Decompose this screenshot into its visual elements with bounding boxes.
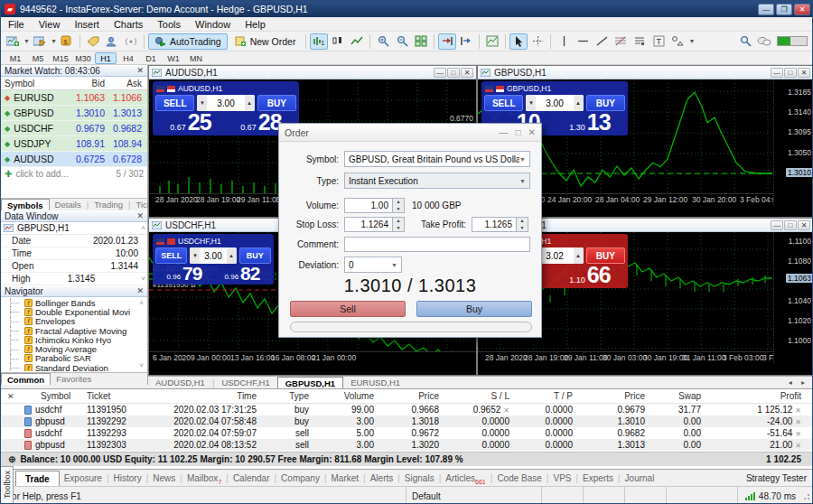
autotrading-button[interactable]: AutoTrading xyxy=(148,33,228,50)
audusd-title-bar[interactable]: AUDUSD,H1 — □ ✕ xyxy=(149,66,476,79)
strategy-tester-link[interactable]: Strategy Tester xyxy=(746,473,813,483)
tf-m15[interactable]: M15 xyxy=(50,52,71,64)
chart-tab-eurusd[interactable]: EURUSD,H1 xyxy=(343,377,407,388)
scroll-down-icon[interactable]: ˅ xyxy=(139,361,145,369)
menu-insert[interactable]: Insert xyxy=(67,19,107,30)
indicator-ichimoku[interactable]: fIchimoku Kinko Hyo xyxy=(1,335,147,344)
toolbox-close-icon[interactable]: ✕ xyxy=(7,392,14,401)
search-icon[interactable] xyxy=(740,35,752,47)
stop-loss-spinner[interactable]: ▲▼ xyxy=(393,217,405,232)
indicators-icon[interactable] xyxy=(483,33,501,50)
minimize-button[interactable]: — xyxy=(771,220,783,230)
deviation-select[interactable]: 0 ▼ xyxy=(344,257,402,273)
scroll-up-icon[interactable]: ˄ xyxy=(141,224,147,232)
expand-icon[interactable]: ⊕ xyxy=(8,454,15,464)
symbol-row-audusd[interactable]: ◆AUDUSD 0.6725 0.6728 xyxy=(1,152,147,167)
tab-favorites[interactable]: Favorites xyxy=(51,373,97,385)
buy-button[interactable]: BUY xyxy=(239,247,271,264)
position-row[interactable]: gbpusd 11392303 2020.02.04 08:13:52 sell… xyxy=(1,439,813,451)
close-button[interactable]: ✕ xyxy=(798,220,810,230)
data-window-close-icon[interactable]: ✕ xyxy=(136,211,144,220)
menu-charts[interactable]: Charts xyxy=(107,19,150,30)
tab-company[interactable]: Company xyxy=(276,471,324,486)
volume-up-icon[interactable]: ▲ xyxy=(574,95,584,111)
shapes-tool-icon[interactable] xyxy=(668,33,687,50)
chart-shift-icon[interactable] xyxy=(457,33,475,50)
minimize-button[interactable]: — xyxy=(771,68,783,78)
market-watch-close-icon[interactable]: ✕ xyxy=(136,66,144,75)
maximize-button[interactable]: □ xyxy=(784,68,797,78)
indicator-fractal-adaptive[interactable]: fFractal Adaptive Moving xyxy=(1,326,147,335)
tab-market[interactable]: Market xyxy=(327,471,364,486)
close-position-icon[interactable]: ✕ xyxy=(795,418,801,426)
tf-h4[interactable]: H4 xyxy=(117,52,139,64)
order-type-select[interactable]: Instant Execution ▼ xyxy=(344,173,530,189)
symbol-row-usdchf[interactable]: ◆USDCHF 0.9679 0.9682 xyxy=(1,121,147,136)
horizontal-line-tool-icon[interactable] xyxy=(574,33,592,50)
scroll-up-icon[interactable]: ˄ xyxy=(139,299,145,307)
text-tool-icon[interactable]: T xyxy=(649,33,668,50)
tab-news[interactable]: News xyxy=(148,471,180,486)
indicator-parabolic-sar[interactable]: fParabolic SAR xyxy=(1,354,147,363)
maximize-button[interactable]: □ xyxy=(516,127,521,137)
auto-scroll-icon[interactable] xyxy=(438,33,456,50)
buy-price[interactable]: 1.3013 xyxy=(555,111,625,134)
take-profit-input[interactable]: 1.1265 xyxy=(472,217,517,232)
click-to-add-row[interactable]: ✚ click to add... 5 / 302 xyxy=(1,167,147,181)
comment-input[interactable] xyxy=(344,237,530,252)
remove-sl-icon[interactable]: ✕ xyxy=(503,406,509,415)
tab-calendar[interactable]: Calendar xyxy=(229,471,275,486)
new-order-button[interactable]: New Order xyxy=(229,33,303,50)
chart-tab-gbpusd[interactable]: GBPUSD,H1 xyxy=(277,377,343,388)
tf-m1[interactable]: M1 xyxy=(5,52,26,64)
symbol-row-usdjpy[interactable]: ◆USDJPY 108.91 108.94 xyxy=(1,136,147,152)
tab-trade[interactable]: Trade xyxy=(15,471,60,486)
crosshair-tool-icon[interactable] xyxy=(528,33,547,50)
trendline-tool-icon[interactable] xyxy=(593,33,611,50)
position-row[interactable]: usdchf 11391950 2020.02.03 17:31:25 buy … xyxy=(1,404,813,415)
order-dialog-title-bar[interactable]: Order — □ ✕ xyxy=(279,124,541,142)
accounts-icon[interactable] xyxy=(103,33,121,50)
fibonacci-tool-icon[interactable] xyxy=(612,33,630,50)
tf-d1[interactable]: D1 xyxy=(140,52,162,64)
tab-journal[interactable]: Journal xyxy=(621,471,659,486)
menu-tools[interactable]: Tools xyxy=(150,19,188,30)
scroll-down-icon[interactable]: ˅ xyxy=(141,275,147,283)
zoom-in-icon[interactable] xyxy=(374,33,392,50)
maximize-button[interactable]: ❐ xyxy=(776,4,792,15)
tf-m30[interactable]: M30 xyxy=(72,52,94,64)
minimize-button[interactable]: — xyxy=(758,4,774,15)
new-chart-dropdown[interactable]: ▼ xyxy=(23,38,30,44)
line-chart-mode-icon[interactable] xyxy=(348,33,366,50)
indicator-standard-deviation[interactable]: fStandard Deviation xyxy=(1,363,147,371)
close-button[interactable]: ✕ xyxy=(794,4,810,15)
sell-price[interactable]: 0.9679 xyxy=(155,264,213,283)
chart-tab-usdchf[interactable]: USDCHF,H1 xyxy=(214,377,276,388)
connection-status[interactable]: 48.70 ms xyxy=(737,487,803,504)
menu-help[interactable]: Help xyxy=(238,19,273,30)
volume-input[interactable]: 1.00 xyxy=(344,198,393,213)
tab-vps[interactable]: VPS xyxy=(548,471,575,486)
indicator-moving-average[interactable]: fMoving Average xyxy=(1,344,147,353)
annotation-lines-icon[interactable] xyxy=(631,33,649,50)
profile-selector[interactable]: Default xyxy=(406,487,541,504)
chart-profiles-icon[interactable] xyxy=(31,33,49,50)
indicator-envelopes[interactable]: fEnvelopes xyxy=(1,317,147,326)
maximize-button[interactable]: □ xyxy=(447,68,460,78)
volume-up-icon[interactable]: ▲ xyxy=(227,247,237,264)
zoom-out-icon[interactable] xyxy=(393,33,411,50)
profiles-dropdown[interactable]: ▼ xyxy=(51,38,57,44)
close-position-icon[interactable]: ✕ xyxy=(795,406,801,415)
tf-mn[interactable]: MN xyxy=(185,52,207,64)
new-chart-icon[interactable] xyxy=(4,33,22,50)
tab-history[interactable]: History xyxy=(109,471,146,486)
sell-price[interactable]: 0.6725 xyxy=(155,111,226,134)
close-position-icon[interactable]: ✕ xyxy=(795,430,801,438)
stop-loss-input[interactable]: 1.1264 xyxy=(344,217,393,232)
chart-tab-audusd[interactable]: AUDUSD,H1 xyxy=(148,377,212,388)
history-center-icon[interactable]: $ xyxy=(58,33,76,50)
resize-grip[interactable] xyxy=(803,491,812,500)
tf-w1[interactable]: W1 xyxy=(163,52,184,64)
indicator-double-exponential[interactable]: fDouble Exponential Movi xyxy=(1,307,147,316)
volume-stepper[interactable]: ▼ 3.00 ▲ xyxy=(190,247,236,264)
